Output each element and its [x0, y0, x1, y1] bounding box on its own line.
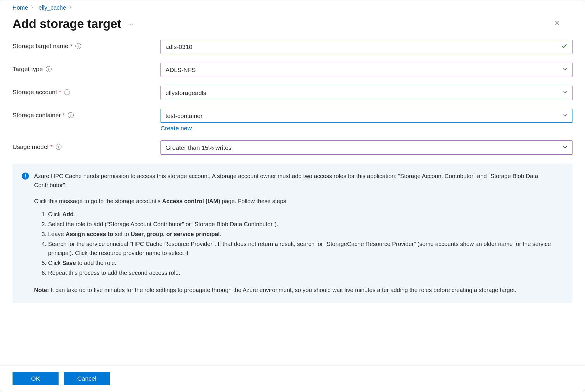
storage-account-value: ellystorageadls	[165, 89, 206, 96]
required-asterisk: *	[59, 89, 61, 96]
create-new-container-link[interactable]: Create new	[161, 125, 192, 132]
usage-model-select[interactable]: Greater than 15% writes	[161, 140, 572, 155]
validation-check-icon	[561, 43, 568, 51]
field-storage-account: Storage account * i ellystorageadls	[13, 86, 572, 100]
info-icon[interactable]: i	[64, 89, 70, 95]
close-icon[interactable]	[554, 20, 560, 28]
info-icon[interactable]: i	[56, 144, 61, 150]
cancel-button[interactable]: Cancel	[64, 372, 110, 385]
label-storage-account: Storage account	[13, 89, 57, 96]
info-icon[interactable]: i	[46, 66, 52, 72]
chevron-right-icon: 〉	[69, 5, 74, 11]
info-panel-body: Azure HPC Cache needs permission to acce…	[34, 172, 563, 295]
info-step-6: Repeat this process to add the second ac…	[48, 268, 563, 277]
usage-model-value: Greater than 15% writes	[165, 144, 231, 151]
chevron-down-icon	[562, 144, 568, 151]
info-step-1: Click Add.	[48, 210, 563, 219]
info-intro-b: Click this message to go to the storage …	[34, 197, 563, 206]
label-storage-target-name: Storage target name	[13, 43, 68, 50]
chevron-down-icon	[562, 66, 568, 73]
required-asterisk: *	[70, 43, 72, 50]
storage-account-select[interactable]: ellystorageadls	[161, 86, 572, 100]
required-asterisk: *	[50, 143, 53, 150]
form-area: Storage target name * i Target type i AD…	[0, 40, 585, 155]
info-note: Note: It can take up to five minutes for…	[34, 286, 563, 295]
info-step-5: Click Save to add the role.	[48, 259, 563, 268]
page-title: Add storage target	[13, 17, 121, 31]
field-usage-model: Usage model * i Greater than 15% writes	[13, 140, 572, 155]
label-usage-model: Usage model	[13, 143, 49, 150]
chevron-down-icon	[562, 89, 568, 96]
info-step-3: Leave Assign access to set to User, grou…	[48, 230, 563, 239]
storage-container-value: test-container	[165, 112, 202, 119]
target-type-value: ADLS-NFS	[165, 66, 196, 73]
info-icon[interactable]: i	[68, 112, 74, 118]
permission-info-panel[interactable]: i Azure HPC Cache needs permission to ac…	[13, 164, 572, 303]
chevron-right-icon: 〉	[31, 5, 36, 11]
info-step-4: Search for the service principal "HPC Ca…	[48, 240, 563, 258]
breadcrumb: Home 〉 elly_cache 〉	[0, 4, 585, 11]
breadcrumb-cache[interactable]: elly_cache	[38, 4, 66, 11]
label-target-type: Target type	[13, 66, 43, 73]
title-row: Add storage target ···	[0, 11, 585, 40]
more-actions-icon[interactable]: ···	[127, 20, 134, 28]
breadcrumb-home[interactable]: Home	[13, 4, 28, 11]
info-intro-a: Azure HPC Cache needs permission to acce…	[34, 172, 563, 190]
target-type-select[interactable]: ADLS-NFS	[161, 63, 572, 77]
field-storage-target-name: Storage target name * i	[13, 40, 572, 54]
chevron-down-icon	[562, 112, 568, 119]
field-storage-container: Storage container * i test-container Cre…	[13, 109, 572, 132]
info-icon[interactable]: i	[75, 43, 81, 49]
field-target-type: Target type i ADLS-NFS	[13, 63, 572, 77]
storage-target-name-input[interactable]	[161, 40, 572, 54]
info-step-2: Select the role to add ("Storage Account…	[48, 220, 563, 229]
storage-container-select[interactable]: test-container	[161, 109, 572, 123]
ok-button[interactable]: OK	[13, 372, 59, 385]
info-circle-icon: i	[22, 173, 29, 180]
storage-target-name-text[interactable]	[165, 43, 558, 50]
required-asterisk: *	[63, 112, 65, 119]
footer-actions: OK Cancel	[0, 365, 585, 392]
label-storage-container: Storage container	[13, 112, 61, 119]
info-steps-list: Click Add. Select the role to add ("Stor…	[34, 210, 563, 277]
